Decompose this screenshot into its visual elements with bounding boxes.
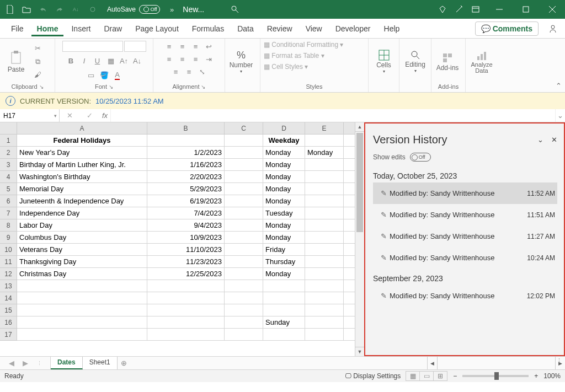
cell[interactable]: [225, 292, 263, 304]
decrease-indent-icon[interactable]: ≡: [170, 66, 182, 77]
display-settings-button[interactable]: 🖵 Display Settings: [345, 372, 401, 380]
table-row[interactable]: 15: [0, 304, 364, 316]
row-header[interactable]: 12: [0, 268, 17, 280]
cell[interactable]: [305, 183, 344, 195]
table-row[interactable]: 12Christmas Day12/25/2023Monday: [0, 268, 364, 280]
cell[interactable]: [147, 304, 225, 316]
align-middle-icon[interactable]: ≡: [177, 41, 188, 52]
align-right-icon[interactable]: ≡: [190, 53, 201, 65]
cell[interactable]: Friday: [263, 244, 305, 256]
cell[interactable]: 5/29/2023: [147, 183, 225, 195]
cell-styles-button[interactable]: ▦ Cell Styles ▾: [264, 63, 308, 71]
cell[interactable]: Monday: [305, 147, 344, 159]
table-row[interactable]: 14: [0, 292, 364, 304]
fx-icon[interactable]: fx: [99, 109, 110, 122]
zoom-slider[interactable]: [462, 375, 529, 377]
format-as-table-button[interactable]: ▦ Format as Table ▾: [264, 52, 324, 60]
row-header[interactable]: 9: [0, 232, 17, 244]
cell[interactable]: [305, 256, 344, 268]
sheet-nav-next-icon[interactable]: ▶: [23, 359, 28, 367]
bold-icon[interactable]: B: [66, 55, 77, 66]
cell[interactable]: [305, 304, 344, 316]
cell[interactable]: [263, 280, 305, 292]
font-size-input[interactable]: [124, 41, 146, 52]
cell[interactable]: Monday: [263, 159, 305, 171]
cell[interactable]: [17, 329, 147, 341]
row-header[interactable]: 14: [0, 292, 17, 304]
show-edits-toggle[interactable]: Off: [410, 153, 431, 162]
cell[interactable]: Monday: [263, 268, 305, 280]
tab-draw[interactable]: Draw: [98, 21, 127, 36]
document-title[interactable]: New...: [183, 5, 204, 14]
cell[interactable]: Monday: [263, 147, 305, 159]
table-row[interactable]: 6Juneteenth & Independence Day6/19/2023M…: [0, 195, 364, 207]
vertical-scrollbar[interactable]: ▲▼: [355, 122, 364, 356]
align-top-icon[interactable]: ≡: [164, 41, 175, 52]
table-row[interactable]: 9Columbus Day10/9/2023Monday: [0, 232, 364, 244]
tab-formulas[interactable]: Formulas: [186, 21, 230, 36]
row-header[interactable]: 3: [0, 159, 17, 171]
tab-insert[interactable]: Insert: [66, 21, 96, 36]
cell[interactable]: [147, 135, 225, 147]
cell[interactable]: [305, 171, 344, 183]
cell[interactable]: New Year's Day: [17, 147, 147, 159]
row-header[interactable]: 10: [0, 244, 17, 256]
wand-icon[interactable]: [452, 3, 466, 16]
increase-indent-icon[interactable]: ≡: [184, 66, 195, 77]
italic-icon[interactable]: I: [79, 55, 90, 66]
editing-button[interactable]: Editing▾: [403, 42, 428, 82]
cell[interactable]: Monday: [263, 219, 305, 232]
fill-color-icon[interactable]: 🪣: [99, 69, 110, 80]
table-row[interactable]: 13: [0, 280, 364, 292]
tab-review[interactable]: Review: [262, 21, 298, 36]
table-row[interactable]: 16Sunday: [0, 316, 364, 329]
horizontal-scrollbar[interactable]: ◀▶: [427, 357, 565, 369]
cell[interactable]: [305, 135, 344, 147]
cell[interactable]: [305, 280, 344, 292]
table-row[interactable]: 8Labor Day9/4/2023Monday: [0, 219, 364, 232]
tab-data[interactable]: Data: [232, 21, 259, 36]
align-center-icon[interactable]: ≡: [177, 53, 188, 65]
cell[interactable]: Monday: [263, 195, 305, 207]
sheet-tab-sheet1[interactable]: Sheet1: [83, 357, 118, 369]
row-header[interactable]: 16: [0, 316, 17, 329]
normal-view-icon[interactable]: ▦: [406, 371, 420, 381]
orientation-icon[interactable]: ⤡: [197, 66, 208, 77]
align-bottom-icon[interactable]: ≡: [190, 41, 201, 52]
clipboard-launcher[interactable]: ↘: [39, 84, 44, 90]
cancel-formula-icon[interactable]: ✕: [60, 109, 79, 122]
cell[interactable]: [305, 219, 344, 232]
collapse-panel-icon[interactable]: ⌄: [537, 136, 543, 144]
cell[interactable]: [225, 268, 263, 280]
cell[interactable]: Thursday: [263, 256, 305, 268]
minimize-button[interactable]: [487, 0, 512, 19]
cell[interactable]: Washington's Birthday: [17, 171, 147, 183]
table-row[interactable]: 5Memorial Day5/29/2023Monday: [0, 183, 364, 195]
table-row[interactable]: 1Federal HolidaysWeekday: [0, 135, 364, 147]
cell[interactable]: Independence Day: [17, 207, 147, 219]
version-item[interactable]: ✎Modified by: Sandy Writtenhouse12:02 PM: [373, 285, 557, 307]
open-file-icon[interactable]: [20, 3, 33, 16]
comments-button[interactable]: 💬Comments: [475, 22, 539, 36]
new-sheet-button[interactable]: ⊕: [118, 357, 131, 369]
cells-button[interactable]: Cells▾: [372, 42, 396, 82]
row-header[interactable]: 8: [0, 219, 17, 232]
sheet-tab-dates[interactable]: Dates: [51, 357, 83, 369]
row-header[interactable]: 4: [0, 171, 17, 183]
cell[interactable]: [305, 159, 344, 171]
cell[interactable]: Veterans Day: [17, 244, 147, 256]
tab-view[interactable]: View: [300, 21, 328, 36]
cell[interactable]: Federal Holidays: [17, 135, 147, 147]
cell[interactable]: Weekday: [263, 135, 305, 147]
row-header[interactable]: 11: [0, 256, 17, 268]
copy-icon[interactable]: ⧉: [32, 56, 43, 67]
table-row[interactable]: 7Independence Day7/4/2023Tuesday: [0, 207, 364, 219]
format-painter-icon[interactable]: 🖌: [32, 69, 43, 80]
cell[interactable]: 6/19/2023: [147, 195, 225, 207]
column-header-D[interactable]: D: [263, 122, 305, 135]
cell[interactable]: Labor Day: [17, 219, 147, 232]
autosave-toggle[interactable]: Off: [139, 5, 160, 14]
table-row[interactable]: 4Washington's Birthday2/20/2023Monday: [0, 171, 364, 183]
zoom-out-button[interactable]: −: [453, 372, 457, 380]
spreadsheet-grid[interactable]: ABCDE1Federal HolidaysWeekday2New Year's…: [0, 122, 364, 356]
